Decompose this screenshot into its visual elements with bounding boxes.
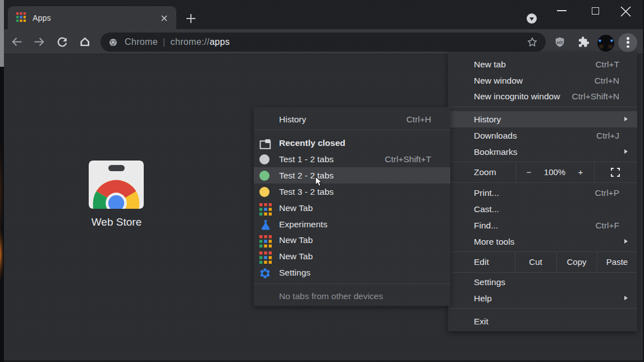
svg-text:uO: uO	[557, 40, 563, 45]
